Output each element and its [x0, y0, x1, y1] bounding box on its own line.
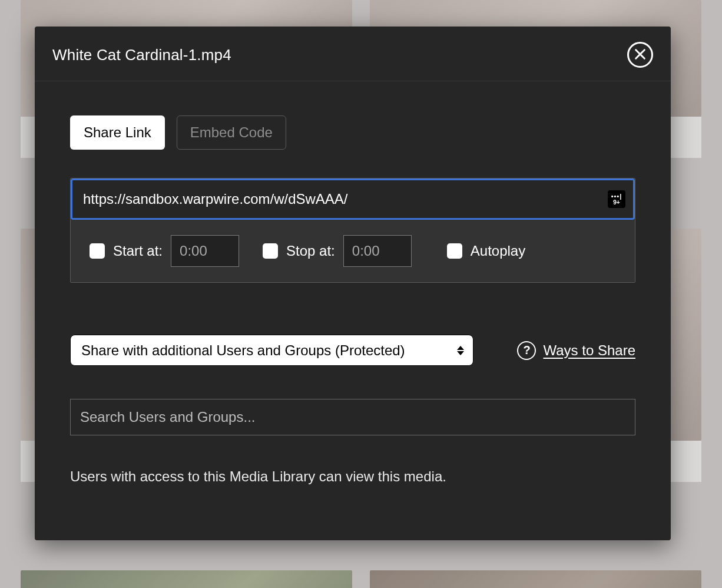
help-icon: ?	[517, 341, 536, 360]
share-scope-row: Share with additional Users and Groups (…	[70, 335, 635, 366]
share-tabs: Share Link Embed Code	[70, 115, 635, 150]
stop-at-label: Stop at:	[286, 243, 335, 259]
start-at-group: Start at:	[90, 235, 239, 267]
share-scope-select[interactable]: Share with additional Users and Groups (…	[70, 335, 473, 366]
access-note: Users with access to this Media Library …	[70, 468, 635, 485]
stop-at-input[interactable]	[343, 235, 412, 267]
modal-body: Share Link Embed Code •••| 9+ Start at:	[35, 81, 671, 540]
url-row: •••| 9+	[71, 179, 635, 220]
autoplay-group: Autoplay	[447, 243, 525, 259]
modal-overlay: White Cat Cardinal-1.mp4 Share Link Embe…	[0, 0, 722, 588]
start-at-checkbox[interactable]	[90, 243, 105, 259]
badge-count: 9+	[613, 200, 620, 206]
close-icon	[634, 48, 647, 62]
time-options-row: Start at: Stop at: Autoplay	[71, 220, 635, 282]
ways-to-share-label: Ways to Share	[543, 342, 635, 359]
autoplay-label: Autoplay	[471, 243, 525, 259]
start-at-label: Start at:	[113, 243, 163, 259]
modal-header: White Cat Cardinal-1.mp4	[35, 27, 671, 81]
tab-share-link[interactable]: Share Link	[70, 115, 165, 150]
start-at-input[interactable]	[171, 235, 239, 267]
share-link-panel: •••| 9+ Start at: Stop at:	[70, 178, 635, 283]
stop-at-checkbox[interactable]	[263, 243, 278, 259]
share-modal: White Cat Cardinal-1.mp4 Share Link Embe…	[35, 27, 671, 540]
modal-title: White Cat Cardinal-1.mp4	[52, 46, 231, 64]
ways-to-share-link[interactable]: ? Ways to Share	[517, 341, 635, 360]
badge-dots: •••|	[611, 193, 622, 200]
share-url-input[interactable]	[71, 179, 635, 220]
search-row	[70, 399, 635, 435]
tab-embed-code[interactable]: Embed Code	[177, 115, 286, 150]
autoplay-checkbox[interactable]	[447, 243, 462, 259]
close-button[interactable]	[627, 42, 653, 68]
share-scope-select-wrap: Share with additional Users and Groups (…	[70, 335, 473, 366]
password-suggestion-icon[interactable]: •••| 9+	[608, 190, 625, 208]
search-users-input[interactable]	[70, 399, 635, 435]
stop-at-group: Stop at:	[263, 235, 412, 267]
